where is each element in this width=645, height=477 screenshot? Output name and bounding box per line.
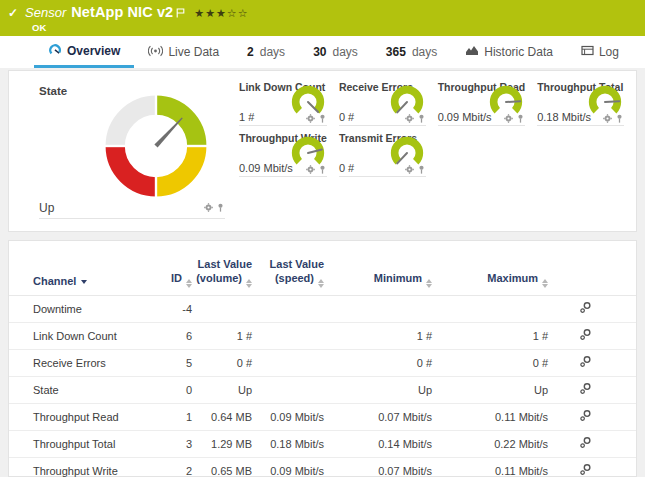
state-gauge-needle <box>154 116 183 147</box>
tab-365-days[interactable]: 365 days <box>372 36 451 68</box>
tab-bar: Overview Live Data 2 days 30 days 365 da… <box>0 36 645 68</box>
mini-gauge-value: 0.09 Mbit/s <box>438 111 492 123</box>
cell-last-value-speed: 0.09 Mbit/s <box>256 458 328 477</box>
tab-log[interactable]: Log <box>567 36 633 68</box>
tab-live-data[interactable]: Live Data <box>134 36 233 68</box>
mini-gauges-grid: Link Down Count 1 # Receive Errors 0 # <box>239 78 624 177</box>
channel-settings-icon[interactable] <box>579 436 592 449</box>
gear-icon[interactable] <box>204 203 213 212</box>
mini-gauge-cell: Link Down Count 1 # <box>239 78 327 126</box>
cell-last-value-speed <box>256 377 328 404</box>
cell-channel: Receive Errors <box>9 350 164 377</box>
cell-last-value-volume: 0.65 MB <box>196 458 256 477</box>
channel-settings-icon[interactable] <box>579 409 592 422</box>
cell-minimum: 0.07 Mbit/s <box>328 458 436 477</box>
mini-cell-icons <box>504 114 525 123</box>
pin-icon[interactable] <box>318 165 327 174</box>
ok-check-icon: ✓ <box>8 6 18 20</box>
col-header-last-value-speed[interactable]: Last Value (speed) <box>256 253 328 296</box>
tab-historic-data[interactable]: Historic Data <box>451 36 567 68</box>
channel-row: Downtime -4 <box>9 296 636 323</box>
mini-cell-icons <box>603 114 624 123</box>
tab-label: days <box>332 45 357 59</box>
priority-flag-icon[interactable] <box>176 4 185 22</box>
mini-gauge-cell: Receive Errors 0 # <box>339 78 426 126</box>
channel-row: Throughput Read 1 0.64 MB 0.09 Mbit/s 0.… <box>9 404 636 431</box>
cell-maximum: 0.22 Mbit/s <box>436 431 552 458</box>
cell-minimum: 1 # <box>328 323 436 350</box>
tab-30-days[interactable]: 30 days <box>299 36 372 68</box>
cell-minimum: 0 # <box>328 350 436 377</box>
cell-maximum: 0.11 Mbit/s <box>436 458 552 477</box>
tab-number: 30 <box>313 45 326 59</box>
state-cell-icons <box>204 203 225 212</box>
mini-cell-icons <box>306 165 327 174</box>
col-header-maximum[interactable]: Maximum <box>436 253 552 296</box>
col-header-id[interactable]: ID <box>164 253 196 296</box>
pin-icon[interactable] <box>417 114 426 123</box>
gear-icon[interactable] <box>306 165 315 174</box>
pin-icon[interactable] <box>417 165 426 174</box>
tab-label: Log <box>599 45 619 59</box>
gear-icon[interactable] <box>504 114 513 123</box>
tab-settings[interactable]: Settings <box>633 36 645 68</box>
cell-channel: State <box>9 377 164 404</box>
mini-gauge-value: 1 # <box>239 111 254 123</box>
channels-table: Channel ID Last Value (volume) Last Valu… <box>9 253 636 477</box>
col-header-edit <box>552 253 636 296</box>
mini-gauge-value: 0.09 Mbit/s <box>239 162 293 174</box>
cell-channel: Downtime <box>9 296 164 323</box>
col-header-channel[interactable]: Channel <box>9 253 164 296</box>
sort-icon <box>426 279 432 288</box>
cell-last-value-speed <box>256 350 328 377</box>
cell-channel: Throughput Write <box>9 458 164 477</box>
mini-gauge-needle <box>605 101 619 102</box>
pin-icon[interactable] <box>516 114 525 123</box>
state-gauge <box>101 91 211 201</box>
gear-icon[interactable] <box>306 114 315 123</box>
cell-last-value-speed: 0.18 Mbit/s <box>256 431 328 458</box>
tab-2-days[interactable]: 2 days <box>233 36 299 68</box>
cell-last-value-volume: 1 # <box>196 323 256 350</box>
cell-id: 6 <box>164 323 196 350</box>
pin-icon[interactable] <box>216 203 225 212</box>
sensor-title: NetApp NIC v2 <box>71 4 173 20</box>
tab-number: 2 <box>247 45 254 59</box>
gear-icon[interactable] <box>603 114 612 123</box>
chart-icon <box>465 45 479 59</box>
mini-cell-icons <box>405 165 426 174</box>
pin-icon[interactable] <box>318 114 327 123</box>
pin-icon[interactable] <box>615 114 624 123</box>
cell-channel: Throughput Total <box>9 431 164 458</box>
channel-row: Receive Errors 5 0 # 0 # 0 # <box>9 350 636 377</box>
mini-gauge-cell: Throughput Read 0.09 Mbit/s <box>438 78 526 126</box>
channel-settings-icon[interactable] <box>579 382 592 395</box>
table-header-row: Channel ID Last Value (volume) Last Valu… <box>9 253 636 296</box>
cell-last-value-volume: 1.29 MB <box>196 431 256 458</box>
cell-last-value-volume: Up <box>196 377 256 404</box>
channel-row: Link Down Count 6 1 # 1 # 1 # <box>9 323 636 350</box>
tab-overview[interactable]: Overview <box>34 36 134 68</box>
channel-settings-icon[interactable] <box>579 301 592 314</box>
sort-icon <box>318 279 324 288</box>
channel-settings-icon[interactable] <box>579 355 592 368</box>
channel-settings-icon[interactable] <box>579 328 592 341</box>
channel-row: State 0 Up Up Up <box>9 377 636 404</box>
mini-cell-icons <box>405 114 426 123</box>
mini-gauge-cell: Transmit Errors 0 # <box>339 129 426 177</box>
cell-maximum: 1 # <box>436 323 552 350</box>
col-header-last-value-volume[interactable]: Last Value (volume) <box>196 253 256 296</box>
col-header-minimum[interactable]: Minimum <box>328 253 436 296</box>
cell-id: 0 <box>164 377 196 404</box>
cell-id: 3 <box>164 431 196 458</box>
gear-icon[interactable] <box>405 114 414 123</box>
mini-cell-icons <box>306 114 327 123</box>
channel-settings-icon[interactable] <box>579 463 592 476</box>
tab-label: Historic Data <box>484 45 553 59</box>
gear-icon[interactable] <box>405 165 414 174</box>
mini-gauge-cell: Throughput Write 0.09 Mbit/s <box>239 129 327 177</box>
mini-gauge-value: 0.18 Mbit/s <box>537 111 591 123</box>
sort-icon <box>246 279 252 288</box>
priority-stars[interactable]: ★★★☆☆ <box>194 7 248 20</box>
cell-last-value-volume <box>196 296 256 323</box>
